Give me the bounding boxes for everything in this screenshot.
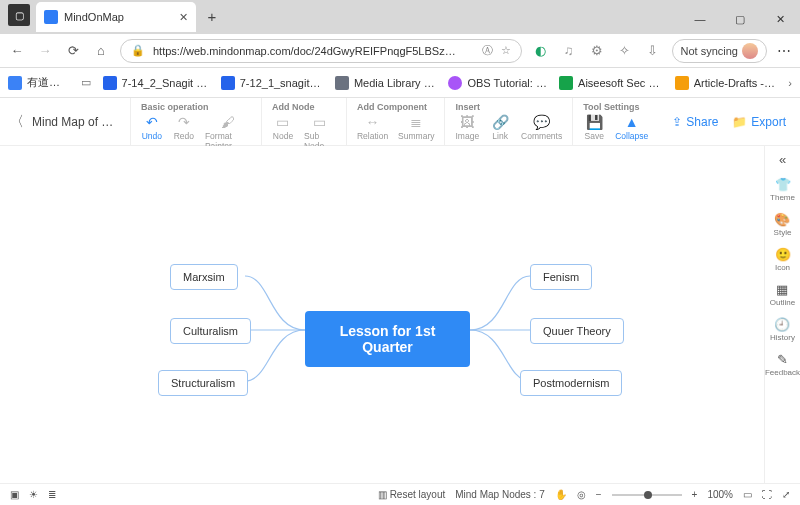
panel-theme[interactable]: 👕Theme: [770, 177, 795, 202]
extension-grammarly-icon[interactable]: ◐: [532, 43, 550, 58]
group-title: Add Node: [272, 102, 336, 112]
bookmark-icon: [559, 76, 573, 90]
mindmap-node[interactable]: Marxsim: [170, 264, 238, 290]
share-button[interactable]: ⇪Share: [672, 115, 718, 129]
insert-image-button[interactable]: 🖼Image: [455, 114, 479, 141]
bookmarks-bar: 有道云笔记 ▭ 7-14_2_Snagit VS S… 7-12_1_snagi…: [0, 68, 800, 98]
url-text: https://web.mindonmap.com/doc/24dGwyREIF…: [153, 45, 474, 57]
browser-tab[interactable]: MindOnMap ✕: [36, 2, 196, 32]
document-title: Mind Map of …: [32, 115, 113, 129]
panel-style[interactable]: 🎨Style: [774, 212, 792, 237]
panel-outline[interactable]: ▦Outline: [770, 282, 795, 307]
avatar-icon: [742, 43, 758, 59]
mindmap-node[interactable]: Fenism: [530, 264, 592, 290]
minimize-button[interactable]: —: [680, 4, 720, 34]
hand-tool-icon[interactable]: ✋: [555, 489, 567, 500]
link-icon: 🔗: [492, 114, 509, 130]
outline-icon: ▦: [776, 282, 788, 297]
comment-icon: 💬: [533, 114, 550, 130]
status-sun-icon[interactable]: ☀: [29, 489, 38, 500]
tab-title: MindOnMap: [64, 11, 124, 23]
nav-back-button[interactable]: ←: [8, 43, 26, 58]
status-list-icon[interactable]: ≣: [48, 489, 56, 500]
insert-comments-button[interactable]: 💬Comments: [521, 114, 562, 141]
toolbar-group-tool-settings: Tool Settings 💾Save ▲Collapse: [572, 98, 658, 145]
smile-icon: 🙂: [775, 247, 791, 262]
group-title: Basic operation: [141, 102, 251, 112]
mindmap-node[interactable]: Structuralism: [158, 370, 248, 396]
close-window-button[interactable]: ✕: [760, 4, 800, 34]
bookmark-item[interactable]: Aiseesoft Sec 2 - W…: [559, 76, 663, 90]
bookmark-item[interactable]: Article-Drafts - Goo…: [675, 76, 777, 90]
downloads-icon[interactable]: ⇩: [644, 43, 662, 58]
extension-headphones-icon[interactable]: ♫: [560, 43, 578, 58]
feedback-icon: ✎: [777, 352, 788, 367]
collapse-icon: ▲: [625, 114, 639, 130]
profile-sync-button[interactable]: Not syncing: [672, 39, 767, 63]
panel-history[interactable]: 🕘History: [770, 317, 795, 342]
zoom-level: 100%: [707, 489, 733, 500]
relation-button[interactable]: ↔Relation: [357, 114, 388, 141]
save-icon: 💾: [586, 114, 603, 130]
app-toolbar: 〈 Mind Map of … Basic operation ↶Undo ↷R…: [0, 98, 800, 146]
toolbar-group-basic: Basic operation ↶Undo ↷Redo 🖌Format Pain…: [130, 98, 261, 145]
favorite-icon[interactable]: ☆: [501, 44, 511, 57]
nav-forward-button: →: [36, 43, 54, 58]
undo-icon: ↶: [146, 114, 158, 130]
nav-home-button[interactable]: ⌂: [92, 43, 110, 58]
mindmap-center-node[interactable]: Lesson for 1st Quarter: [305, 311, 470, 367]
target-icon[interactable]: ◎: [577, 489, 586, 500]
reader-icon[interactable]: Ⓐ: [482, 43, 493, 58]
browser-toolbar: ← → ⟳ ⌂ 🔒 https://web.mindonmap.com/doc/…: [0, 34, 800, 68]
zoom-slider[interactable]: [612, 494, 682, 496]
panel-feedback[interactable]: ✎Feedback: [765, 352, 800, 377]
address-bar[interactable]: 🔒 https://web.mindonmap.com/doc/24dGwyRE…: [120, 39, 522, 63]
mindmap-node[interactable]: Quuer Theory: [530, 318, 624, 344]
summary-button[interactable]: ≣Summary: [398, 114, 434, 141]
extension-settings-icon[interactable]: ⚙: [588, 43, 606, 58]
mindmap-node[interactable]: Culturalism: [170, 318, 251, 344]
bookmark-item[interactable]: Media Library ‹ Top…: [335, 76, 436, 90]
mindmap-canvas[interactable]: Lesson for 1st Quarter Marxsim Culturali…: [0, 146, 764, 483]
nodes-count-label: Mind Map Nodes : 7: [455, 489, 545, 500]
bookmark-icon: [335, 76, 349, 90]
bookmark-icon: [221, 76, 235, 90]
panel-icon[interactable]: 🙂Icon: [775, 247, 791, 272]
center-view-icon[interactable]: ▭: [743, 489, 752, 500]
window-menu-icon[interactable]: ▢: [8, 4, 30, 26]
browser-menu-button[interactable]: ⋯: [777, 43, 792, 59]
fit-view-icon[interactable]: ⛶: [762, 489, 772, 500]
bookmark-item[interactable]: 有道云笔记: [8, 75, 69, 90]
image-icon: 🖼: [460, 114, 474, 130]
zoom-in-button[interactable]: +: [692, 489, 698, 500]
panel-collapse-button[interactable]: «: [779, 152, 786, 167]
save-button[interactable]: 💾Save: [583, 114, 605, 141]
lock-icon: 🔒: [131, 44, 145, 57]
bookmark-icon: [103, 76, 117, 90]
close-tab-icon[interactable]: ✕: [179, 11, 188, 24]
maximize-button[interactable]: ▢: [720, 4, 760, 34]
favicon-icon: [44, 10, 58, 24]
insert-link-button[interactable]: 🔗Link: [489, 114, 511, 141]
mindmap-node[interactable]: Postmodernism: [520, 370, 622, 396]
folder-icon: 📁: [732, 115, 747, 129]
collections-icon[interactable]: ✧: [616, 43, 634, 58]
reset-layout-button[interactable]: ▥ Reset layout: [378, 489, 445, 500]
app-frame: 〈 Mind Map of … Basic operation ↶Undo ↷R…: [0, 98, 800, 505]
bookmark-item[interactable]: 7-12_1_snagit-alter…: [221, 76, 323, 90]
status-view-icon[interactable]: ▣: [10, 489, 19, 500]
collapse-button[interactable]: ▲Collapse: [615, 114, 648, 141]
zoom-out-button[interactable]: −: [596, 489, 602, 500]
app-back-button[interactable]: 〈: [10, 113, 24, 131]
bookmark-folder-icon[interactable]: ▭: [81, 76, 91, 89]
style-icon: 🎨: [774, 212, 790, 227]
fullscreen-icon[interactable]: ⤢: [782, 489, 790, 500]
bookmark-item[interactable]: 7-14_2_Snagit VS S…: [103, 76, 209, 90]
nav-refresh-button[interactable]: ⟳: [64, 43, 82, 58]
bookmark-item[interactable]: OBS Tutorial: How…: [448, 76, 547, 90]
new-tab-button[interactable]: +: [200, 4, 224, 28]
redo-icon: ↷: [178, 114, 190, 130]
group-title: Insert: [455, 102, 562, 112]
export-button[interactable]: 📁Export: [732, 115, 786, 129]
bookmarks-overflow-icon[interactable]: ›: [788, 77, 792, 89]
